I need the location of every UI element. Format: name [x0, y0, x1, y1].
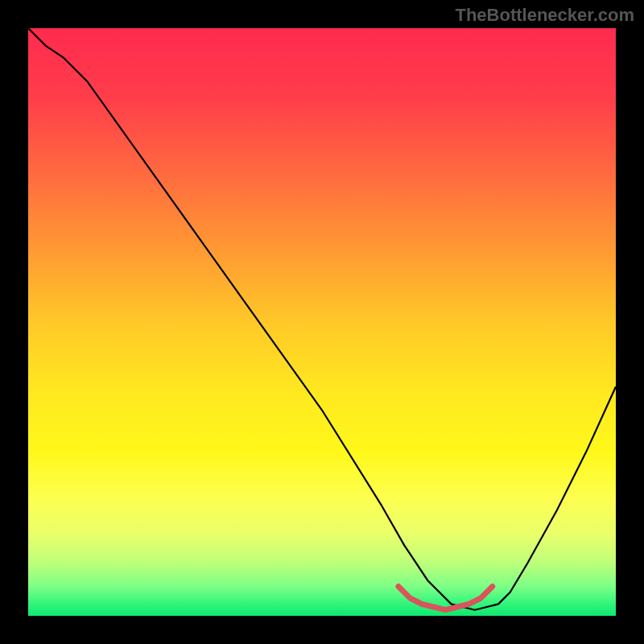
- plot-area: [28, 28, 616, 616]
- attribution-text: TheBottlenecker.com: [455, 5, 634, 26]
- gradient-background: [28, 28, 616, 616]
